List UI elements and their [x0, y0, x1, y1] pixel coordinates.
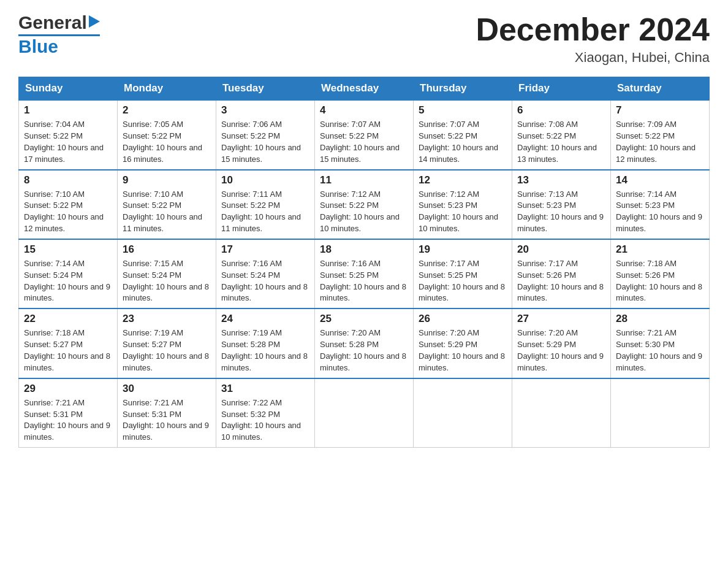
- day-number: 31: [221, 383, 309, 395]
- header-saturday: Saturday: [611, 77, 710, 101]
- day-number: 11: [320, 174, 408, 186]
- day-info: Sunrise: 7:12 AMSunset: 5:23 PMDaylight:…: [419, 190, 498, 234]
- calendar-cell: 3 Sunrise: 7:06 AMSunset: 5:22 PMDayligh…: [216, 100, 315, 169]
- day-number: 15: [24, 243, 112, 256]
- day-info: Sunrise: 7:14 AMSunset: 5:23 PMDaylight:…: [616, 190, 702, 234]
- calendar-week-3: 15 Sunrise: 7:14 AMSunset: 5:24 PMDaylig…: [19, 239, 710, 308]
- header-thursday: Thursday: [414, 77, 512, 101]
- day-info: Sunrise: 7:16 AMSunset: 5:24 PMDaylight:…: [221, 259, 308, 303]
- calendar-cell: 28 Sunrise: 7:21 AMSunset: 5:30 PMDaylig…: [611, 308, 710, 378]
- day-number: 23: [123, 313, 211, 325]
- calendar-cell: 17 Sunrise: 7:16 AMSunset: 5:24 PMDaylig…: [216, 239, 315, 308]
- day-info: Sunrise: 7:16 AMSunset: 5:25 PMDaylight:…: [320, 259, 406, 303]
- day-number: 22: [24, 313, 112, 325]
- calendar-cell: 16 Sunrise: 7:15 AMSunset: 5:24 PMDaylig…: [118, 239, 216, 308]
- calendar-cell: 9 Sunrise: 7:10 AMSunset: 5:22 PMDayligh…: [118, 170, 216, 239]
- day-number: 9: [123, 174, 211, 186]
- day-number: 5: [419, 104, 507, 117]
- calendar-cell: 29 Sunrise: 7:21 AMSunset: 5:31 PMDaylig…: [19, 378, 118, 448]
- calendar-cell: 22 Sunrise: 7:18 AMSunset: 5:27 PMDaylig…: [19, 308, 118, 378]
- calendar-cell: 26 Sunrise: 7:20 AMSunset: 5:29 PMDaylig…: [414, 308, 512, 378]
- title-block: December 2024 Xiaogan, Hubei, China: [476, 12, 710, 66]
- day-number: 16: [123, 243, 211, 256]
- calendar-cell: 11 Sunrise: 7:12 AMSunset: 5:22 PMDaylig…: [315, 170, 414, 239]
- day-info: Sunrise: 7:04 AMSunset: 5:22 PMDaylight:…: [24, 120, 104, 164]
- calendar-week-5: 29 Sunrise: 7:21 AMSunset: 5:31 PMDaylig…: [19, 378, 710, 448]
- day-info: Sunrise: 7:11 AMSunset: 5:22 PMDaylight:…: [221, 190, 301, 234]
- day-info: Sunrise: 7:05 AMSunset: 5:22 PMDaylight:…: [123, 120, 202, 164]
- day-number: 17: [221, 243, 309, 256]
- calendar-cell: 4 Sunrise: 7:07 AMSunset: 5:22 PMDayligh…: [315, 100, 414, 169]
- day-number: 27: [517, 313, 605, 325]
- header-monday: Monday: [118, 77, 216, 101]
- calendar-cell: 15 Sunrise: 7:14 AMSunset: 5:24 PMDaylig…: [19, 239, 118, 308]
- calendar-cell: 23 Sunrise: 7:19 AMSunset: 5:27 PMDaylig…: [118, 308, 216, 378]
- day-number: 4: [320, 104, 408, 117]
- day-info: Sunrise: 7:12 AMSunset: 5:22 PMDaylight:…: [320, 190, 400, 234]
- day-info: Sunrise: 7:13 AMSunset: 5:23 PMDaylight:…: [517, 190, 604, 234]
- calendar-cell: 27 Sunrise: 7:20 AMSunset: 5:29 PMDaylig…: [512, 308, 611, 378]
- day-info: Sunrise: 7:22 AMSunset: 5:32 PMDaylight:…: [221, 398, 301, 442]
- calendar-cell: 25 Sunrise: 7:20 AMSunset: 5:28 PMDaylig…: [315, 308, 414, 378]
- day-number: 29: [24, 383, 112, 395]
- calendar-cell: 21 Sunrise: 7:18 AMSunset: 5:26 PMDaylig…: [611, 239, 710, 308]
- day-number: 21: [616, 243, 704, 256]
- logo-arrow-icon: [89, 15, 100, 28]
- day-info: Sunrise: 7:18 AMSunset: 5:26 PMDaylight:…: [616, 259, 702, 303]
- day-number: 28: [616, 313, 704, 325]
- header-tuesday: Tuesday: [216, 77, 315, 101]
- day-number: 12: [419, 174, 507, 186]
- day-number: 30: [123, 383, 211, 395]
- day-info: Sunrise: 7:19 AMSunset: 5:28 PMDaylight:…: [221, 328, 308, 372]
- header-wednesday: Wednesday: [315, 77, 414, 101]
- day-number: 3: [221, 104, 309, 117]
- month-title: December 2024: [476, 12, 710, 47]
- calendar-cell: 2 Sunrise: 7:05 AMSunset: 5:22 PMDayligh…: [118, 100, 216, 169]
- header-sunday: Sunday: [19, 77, 118, 101]
- calendar-table: SundayMondayTuesdayWednesdayThursdayFrid…: [18, 77, 710, 448]
- day-info: Sunrise: 7:17 AMSunset: 5:26 PMDaylight:…: [517, 259, 604, 303]
- location-text: Xiaogan, Hubei, China: [476, 50, 710, 66]
- day-number: 18: [320, 243, 408, 256]
- day-number: 24: [221, 313, 309, 325]
- day-info: Sunrise: 7:21 AMSunset: 5:31 PMDaylight:…: [24, 398, 110, 442]
- logo-general-text: General: [18, 12, 87, 33]
- calendar-cell: 24 Sunrise: 7:19 AMSunset: 5:28 PMDaylig…: [216, 308, 315, 378]
- logo-blue-text: Blue: [18, 36, 100, 56]
- calendar-week-4: 22 Sunrise: 7:18 AMSunset: 5:27 PMDaylig…: [19, 308, 710, 378]
- calendar-cell: 14 Sunrise: 7:14 AMSunset: 5:23 PMDaylig…: [611, 170, 710, 239]
- day-number: 8: [24, 174, 112, 186]
- day-number: 7: [616, 104, 704, 117]
- day-info: Sunrise: 7:15 AMSunset: 5:24 PMDaylight:…: [123, 259, 209, 303]
- day-info: Sunrise: 7:20 AMSunset: 5:29 PMDaylight:…: [517, 328, 604, 372]
- day-number: 14: [616, 174, 704, 186]
- calendar-cell: 12 Sunrise: 7:12 AMSunset: 5:23 PMDaylig…: [414, 170, 512, 239]
- day-info: Sunrise: 7:10 AMSunset: 5:22 PMDaylight:…: [24, 190, 104, 234]
- day-info: Sunrise: 7:06 AMSunset: 5:22 PMDaylight:…: [221, 120, 301, 164]
- day-number: 1: [24, 104, 112, 117]
- day-number: 10: [221, 174, 309, 186]
- calendar-cell: 20 Sunrise: 7:17 AMSunset: 5:26 PMDaylig…: [512, 239, 611, 308]
- day-number: 26: [419, 313, 507, 325]
- calendar-header-row: SundayMondayTuesdayWednesdayThursdayFrid…: [19, 77, 710, 101]
- day-info: Sunrise: 7:21 AMSunset: 5:30 PMDaylight:…: [616, 328, 702, 372]
- day-info: Sunrise: 7:09 AMSunset: 5:22 PMDaylight:…: [616, 120, 696, 164]
- day-number: 19: [419, 243, 507, 256]
- day-number: 2: [123, 104, 211, 117]
- calendar-cell: 30 Sunrise: 7:21 AMSunset: 5:31 PMDaylig…: [118, 378, 216, 448]
- calendar-cell: 1 Sunrise: 7:04 AMSunset: 5:22 PMDayligh…: [19, 100, 118, 169]
- calendar-cell: 5 Sunrise: 7:07 AMSunset: 5:22 PMDayligh…: [414, 100, 512, 169]
- calendar-cell: 8 Sunrise: 7:10 AMSunset: 5:22 PMDayligh…: [19, 170, 118, 239]
- day-info: Sunrise: 7:20 AMSunset: 5:28 PMDaylight:…: [320, 328, 406, 372]
- day-info: Sunrise: 7:14 AMSunset: 5:24 PMDaylight:…: [24, 259, 110, 303]
- calendar-cell: [315, 378, 414, 448]
- calendar-cell: [414, 378, 512, 448]
- calendar-cell: 10 Sunrise: 7:11 AMSunset: 5:22 PMDaylig…: [216, 170, 315, 239]
- day-number: 20: [517, 243, 605, 256]
- calendar-cell: 19 Sunrise: 7:17 AMSunset: 5:25 PMDaylig…: [414, 239, 512, 308]
- calendar-cell: 18 Sunrise: 7:16 AMSunset: 5:25 PMDaylig…: [315, 239, 414, 308]
- calendar-cell: 31 Sunrise: 7:22 AMSunset: 5:32 PMDaylig…: [216, 378, 315, 448]
- logo: General Blue: [18, 12, 100, 56]
- calendar-cell: 6 Sunrise: 7:08 AMSunset: 5:22 PMDayligh…: [512, 100, 611, 169]
- header-friday: Friday: [512, 77, 611, 101]
